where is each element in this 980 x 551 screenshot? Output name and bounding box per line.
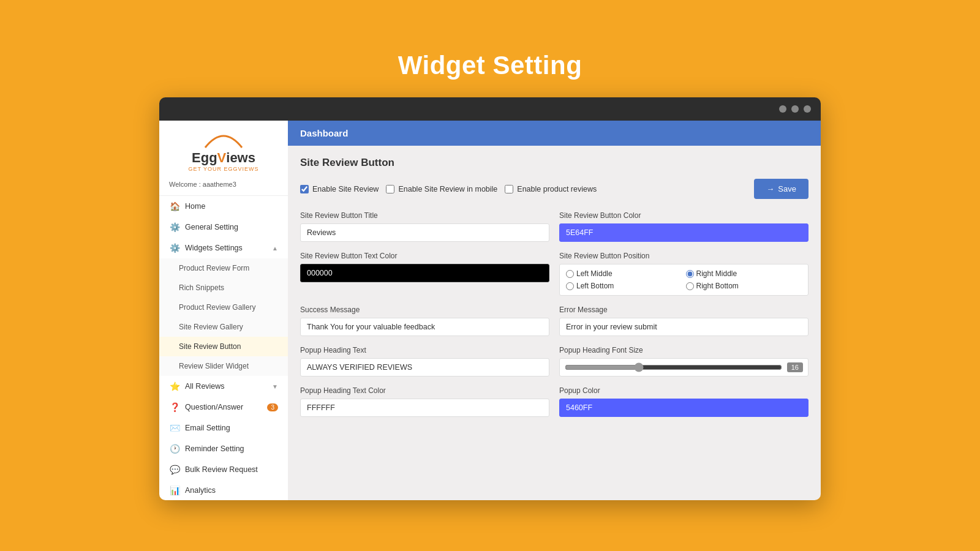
sidebar-item-reminder-setting[interactable]: 🕐 Reminder Setting (159, 438, 288, 459)
button-title-input[interactable] (300, 223, 549, 242)
success-message-group: Success Message (300, 305, 549, 336)
sidebar-item-all-reviews[interactable]: ⭐ All Reviews ▼ (159, 376, 288, 397)
content-area: Site Review Button Enable Site Review En… (288, 146, 821, 500)
chevron-up-icon: ▲ (272, 245, 278, 252)
sidebar-item-product-review-form-label: Product Review Form (179, 264, 249, 272)
radio-right-middle-input[interactable] (686, 270, 694, 278)
sidebar-item-review-slider-widget[interactable]: Review Slider Widget (159, 356, 288, 376)
enable-product-reviews-input[interactable] (505, 185, 513, 193)
popup-heading-text-color-input[interactable] (300, 399, 549, 417)
logo-arc-icon (199, 130, 248, 149)
dashboard-label: Dashboard (300, 128, 348, 138)
text-color-value[interactable]: 000000 (300, 264, 549, 282)
sidebar-item-widgets-settings[interactable]: ⚙️ Widgets Settings ▲ (159, 238, 288, 258)
radio-left-bottom[interactable]: Left Bottom (566, 282, 682, 290)
sidebar-item-home[interactable]: 🏠 Home (159, 196, 288, 217)
home-icon: 🏠 (169, 201, 180, 211)
success-message-label: Success Message (300, 305, 549, 314)
radio-right-bottom[interactable]: Right Bottom (686, 282, 802, 290)
section-title: Site Review Button (300, 157, 809, 169)
sidebar-item-product-review-gallery-label: Product Review Gallery (179, 303, 255, 312)
popup-heading-text-group: Popup Heading Text (300, 346, 549, 377)
radio-group: Left Middle Right Middle Left Bottom (559, 264, 809, 296)
sidebar-item-all-reviews-label: All Reviews (185, 382, 225, 391)
browser-dot-2 (791, 105, 799, 113)
popup-heading-text-label: Popup Heading Text (300, 346, 549, 354)
button-color-group: Site Review Button Color 5E64FF (559, 211, 809, 242)
enable-mobile-input[interactable] (386, 185, 394, 193)
radio-right-middle-label: Right Middle (696, 269, 737, 278)
email-icon: ✉️ (169, 423, 180, 433)
font-size-value: 16 (787, 362, 803, 372)
enable-site-review-input[interactable] (300, 185, 309, 193)
button-color-label: Site Review Button Color (559, 211, 809, 220)
page-title: Widget Setting (398, 51, 582, 80)
sidebar-item-rich-snippets-label: Rich Snippets (179, 283, 224, 292)
popup-heading-font-size-label: Popup Heading Font Size (559, 346, 809, 354)
sidebar-item-general-setting-label: General Setting (185, 223, 238, 231)
radio-left-bottom-label: Left Bottom (576, 282, 614, 290)
radio-left-middle[interactable]: Left Middle (566, 269, 682, 278)
main-content: Dashboard Site Review Button Enable Site… (288, 121, 821, 500)
button-title-label: Site Review Button Title (300, 211, 549, 220)
sidebar-item-widgets-settings-label: Widgets Settings (185, 244, 243, 252)
radio-left-bottom-input[interactable] (566, 282, 574, 290)
sidebar-item-product-review-gallery[interactable]: Product Review Gallery (159, 298, 288, 317)
error-message-label: Error Message (559, 305, 809, 314)
sidebar: EggViews Get Your Eggviews Welcome : aaa… (159, 121, 288, 500)
font-size-slider[interactable] (565, 362, 782, 372)
radio-right-middle[interactable]: Right Middle (686, 269, 802, 278)
chevron-down-icon: ▼ (272, 383, 278, 390)
sidebar-item-analytics-label: Analytics (185, 486, 216, 495)
radio-left-middle-input[interactable] (566, 270, 574, 278)
sidebar-item-general-setting[interactable]: ⚙️ General Setting (159, 217, 288, 238)
success-message-input[interactable] (300, 318, 549, 336)
radio-left-middle-label: Left Middle (576, 269, 612, 278)
text-color-label: Site Review Button Text Color (300, 252, 549, 260)
sidebar-item-email-setting[interactable]: ✉️ Email Setting (159, 418, 288, 438)
sidebar-item-analytics[interactable]: 📊 Analytics (159, 480, 288, 500)
enable-site-review-label: Enable Site Review (312, 185, 379, 193)
enable-product-reviews-label: Enable product reviews (517, 185, 597, 193)
browser-dot-1 (779, 105, 786, 113)
enable-site-review-checkbox[interactable]: Enable Site Review (300, 185, 379, 193)
save-button[interactable]: → Save (754, 179, 809, 199)
enable-product-reviews-checkbox[interactable]: Enable product reviews (505, 185, 597, 193)
popup-heading-text-color-label: Popup Heading Text Color (300, 386, 549, 395)
question-badge: 3 (267, 403, 278, 411)
widgets-submenu: Product Review Form Rich Snippets Produc… (159, 258, 288, 376)
popup-color-value[interactable]: 5460FF (559, 399, 809, 417)
text-color-group: Site Review Button Text Color 000000 (300, 252, 549, 296)
radio-right-bottom-label: Right Bottom (696, 282, 739, 290)
error-message-group: Error Message (559, 305, 809, 336)
sidebar-item-question-answer[interactable]: ❓ Question/Answer 3 (159, 397, 288, 418)
browser-dot-3 (804, 105, 811, 113)
sidebar-item-reminder-setting-label: Reminder Setting (185, 444, 244, 453)
button-position-label: Site Review Button Position (559, 252, 809, 260)
sidebar-item-product-review-form[interactable]: Product Review Form (159, 258, 288, 278)
radio-right-bottom-input[interactable] (686, 282, 694, 290)
sidebar-item-site-review-gallery-label: Site Review Gallery (179, 323, 243, 331)
sidebar-item-site-review-gallery[interactable]: Site Review Gallery (159, 317, 288, 337)
sidebar-item-site-review-button-label: Site Review Button (179, 342, 241, 351)
enable-mobile-checkbox[interactable]: Enable Site Review in mobile (386, 185, 497, 193)
popup-heading-text-input[interactable] (300, 358, 549, 377)
button-color-value[interactable]: 5E64FF (559, 223, 809, 242)
settings-icon: ⚙️ (169, 243, 180, 253)
sidebar-item-rich-snippets[interactable]: Rich Snippets (159, 278, 288, 298)
error-message-input[interactable] (559, 318, 809, 336)
gear-icon: ⚙️ (169, 222, 180, 232)
star-icon: ⭐ (169, 381, 180, 391)
browser-window: EggViews Get Your Eggviews Welcome : aaa… (159, 97, 821, 500)
sidebar-item-bulk-review-request[interactable]: 💬 Bulk Review Request (159, 459, 288, 480)
font-size-slider-group: 16 (559, 358, 809, 377)
logo-text: EggViews (192, 150, 255, 166)
chat-icon: 💬 (169, 465, 180, 474)
button-position-group: Site Review Button Position Left Middle … (559, 252, 809, 296)
popup-color-group: Popup Color 5460FF (559, 386, 809, 417)
browser-chrome (159, 97, 821, 121)
sidebar-item-site-review-button[interactable]: Site Review Button (159, 337, 288, 356)
logo: EggViews Get Your Eggviews (159, 121, 288, 177)
sidebar-item-bulk-review-request-label: Bulk Review Request (185, 465, 258, 474)
sidebar-item-question-answer-label: Question/Answer (185, 403, 243, 411)
